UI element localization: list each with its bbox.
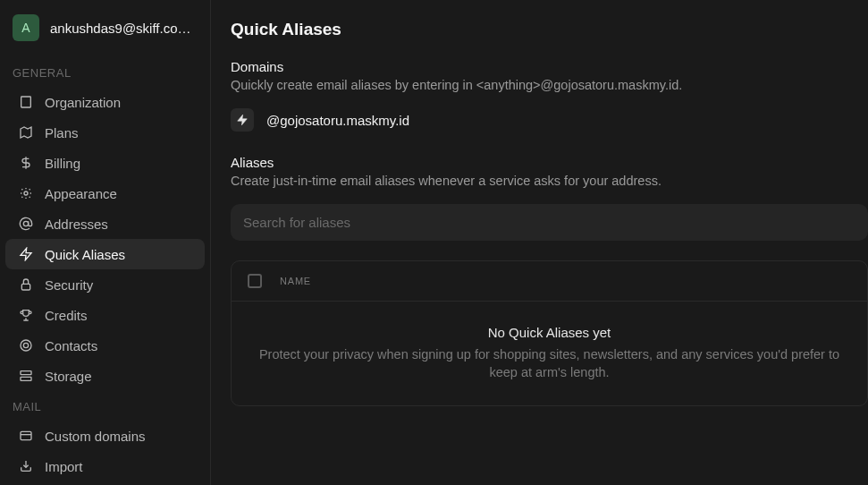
svg-rect-0 [21, 97, 31, 107]
map-icon [18, 124, 34, 140]
svg-marker-17 [21, 248, 31, 260]
domain-value: @gojosatoru.maskmy.id [266, 113, 409, 128]
column-name-header: NAME [280, 276, 311, 286]
main-content: Quick Aliases Domains Quickly create ema… [211, 0, 868, 485]
sidebar-item-label: Addresses [45, 217, 108, 232]
dollar-icon [18, 155, 34, 171]
svg-rect-21 [21, 371, 31, 375]
sidebar-item-plans[interactable]: Plans [5, 117, 205, 148]
sidebar-item-label: Appearance [45, 186, 117, 201]
import-icon [18, 458, 34, 474]
domain-row: @gojosatoru.maskmy.id [231, 108, 868, 132]
globe-icon [18, 428, 34, 444]
sidebar-item-storage[interactable]: Storage [5, 361, 205, 391]
sidebar-item-quick-aliases[interactable]: Quick Aliases [5, 239, 205, 269]
bolt-icon [18, 246, 34, 262]
avatar: A [13, 14, 39, 41]
table-header: NAME [232, 261, 867, 302]
svg-marker-5 [21, 127, 31, 138]
domains-section-title: Domains [231, 59, 868, 74]
empty-state: No Quick Aliases yet Protect your privac… [232, 302, 867, 405]
section-general-label: GENERAL [0, 57, 210, 87]
account-email: ankushdas9@skiff.co… [50, 21, 191, 36]
svg-point-19 [21, 340, 31, 351]
sidebar-item-custom-domains[interactable]: Custom domains [5, 421, 205, 451]
svg-line-11 [29, 197, 30, 198]
svg-point-20 [23, 343, 28, 347]
section-mail-label: MAIL [0, 391, 210, 421]
sidebar-item-label: Contacts [45, 338, 97, 353]
empty-state-title: No Quick Aliases yet [249, 325, 849, 340]
sidebar-item-label: Quick Aliases [45, 247, 125, 262]
target-icon [18, 337, 34, 353]
aliases-section-desc: Create just-in-time email aliases whenev… [231, 174, 868, 188]
account-header[interactable]: A ankushdas9@skiff.co… [0, 11, 210, 57]
sidebar-item-billing[interactable]: Billing [5, 148, 205, 178]
sidebar-item-organization[interactable]: Organization [5, 87, 205, 117]
bolt-icon [231, 108, 254, 132]
sidebar-item-label: Custom domains [45, 429, 146, 444]
search-input[interactable] [231, 204, 868, 241]
page-title: Quick Aliases [231, 20, 868, 39]
select-all-checkbox[interactable] [248, 274, 262, 288]
server-icon [18, 368, 34, 384]
sidebar-item-contacts[interactable]: Contacts [5, 330, 205, 361]
svg-point-16 [23, 221, 28, 225]
sidebar-item-credits[interactable]: Credits [5, 300, 205, 330]
sidebar-item-label: Billing [45, 156, 80, 171]
svg-rect-18 [21, 284, 29, 290]
sidebar-item-label: Storage [45, 369, 92, 384]
svg-line-15 [29, 189, 30, 190]
at-sign-icon [18, 216, 34, 232]
svg-marker-26 [238, 115, 248, 125]
sidebar-item-import[interactable]: Import [5, 451, 205, 481]
svg-line-10 [21, 189, 22, 190]
aliases-table: NAME No Quick Aliases yet Protect your p… [231, 260, 868, 406]
lock-icon [18, 277, 34, 293]
empty-state-desc: Protect your privacy when signing up for… [249, 345, 849, 382]
sidebar: A ankushdas9@skiff.co… GENERAL Organizat… [0, 0, 211, 485]
svg-rect-23 [21, 431, 31, 439]
building-icon [18, 94, 34, 110]
svg-line-14 [21, 197, 22, 198]
sidebar-item-label: Security [45, 277, 93, 293]
svg-point-7 [24, 191, 28, 195]
sidebar-item-label: Credits [45, 308, 88, 323]
sidebar-item-addresses[interactable]: Addresses [5, 208, 205, 239]
sidebar-item-appearance[interactable]: Appearance [5, 178, 205, 208]
sidebar-item-label: Organization [45, 95, 121, 110]
sidebar-item-label: Plans [45, 125, 79, 140]
sidebar-item-security[interactable]: Security [5, 269, 205, 300]
sidebar-item-label: Import [45, 459, 83, 474]
sparkle-icon [18, 185, 34, 201]
domains-section-desc: Quickly create email aliases by entering… [231, 78, 868, 92]
svg-rect-22 [21, 377, 31, 380]
trophy-icon [18, 307, 34, 323]
aliases-section-title: Aliases [231, 155, 868, 170]
